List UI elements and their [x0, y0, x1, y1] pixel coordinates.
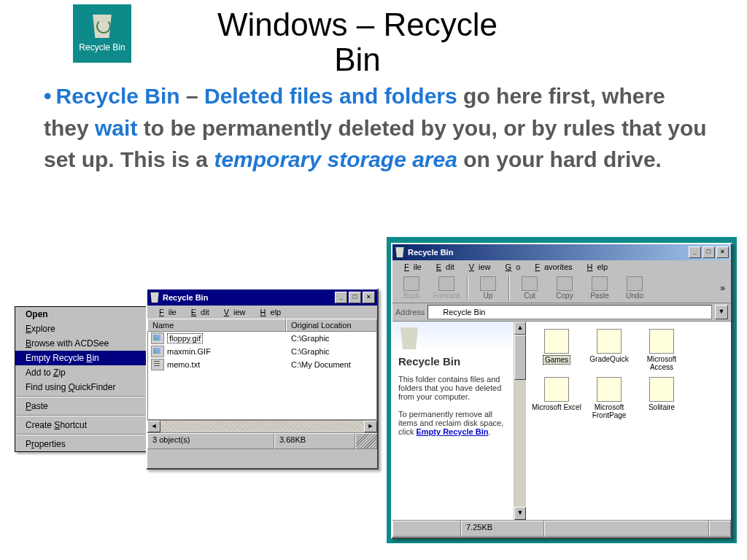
list-item[interactable]: memo.txtC:\My Document — [148, 358, 376, 371]
info-pane-text2: To permanently remove all items and recl… — [398, 410, 508, 436]
resize-grip-icon[interactable] — [709, 521, 731, 537]
toolbar-copy-button[interactable]: Copy — [547, 275, 582, 301]
keyword-recycle-bin: Recycle Bin — [56, 84, 180, 108]
address-dropdown-icon[interactable]: ▼ — [715, 305, 728, 319]
info-pane-text: This folder contains files and folders t… — [398, 375, 508, 401]
address-bar: Address Recycle Bin ▼ — [392, 303, 731, 322]
recycle-bin-window-large: Recycle Bin _ □ × FileEditViewGoFavorite… — [391, 243, 732, 539]
menu-item[interactable]: Explore — [15, 322, 147, 336]
scroll-down-icon[interactable]: ▼ — [514, 507, 526, 520]
address-value: Recycle Bin — [443, 308, 485, 316]
info-pane: Recycle Bin This folder contains files a… — [392, 322, 514, 520]
context-menu: OpenExploreBrowse with ACDSeeEmpty Recyc… — [15, 306, 147, 452]
desktop-background: Recycle Bin _ □ × FileEditViewGoFavorite… — [387, 237, 737, 543]
file-icon — [151, 332, 164, 344]
titlebar[interactable]: Recycle Bin _ □ × — [147, 289, 377, 306]
status-object-count: 3 object(s) — [147, 433, 274, 449]
menu-edit[interactable]: Edit — [427, 262, 459, 272]
file-icon-item[interactable]: Microsoft FrontPage — [584, 377, 634, 419]
info-pane-title: Recycle Bin — [398, 355, 508, 368]
keyword-temp-storage: temporary storage area — [214, 147, 457, 171]
scroll-up-icon[interactable]: ▲ — [514, 322, 526, 335]
address-field[interactable]: Recycle Bin — [427, 305, 712, 319]
app-icon — [649, 377, 674, 402]
file-icon-item[interactable]: Solitaire — [637, 377, 686, 419]
list-item[interactable]: maxmin.GIFC:\Graphic — [148, 345, 376, 358]
menubar: FileEditViewHelp — [147, 306, 377, 319]
resize-grip-icon[interactable] — [355, 433, 377, 449]
toolbar-overflow-icon[interactable]: » — [716, 280, 729, 296]
menu-item-create-shortcut[interactable]: Create Shortcut — [15, 418, 147, 432]
menu-file[interactable]: File — [395, 262, 426, 272]
vertical-scrollbar[interactable]: ▲ ▼ — [514, 322, 526, 520]
menu-help[interactable]: Help — [252, 307, 286, 317]
desktop-icon-label: Recycle Bin — [79, 42, 125, 52]
keyword-wait: wait — [95, 116, 137, 140]
file-icon-item[interactable]: Microsoft Excel — [532, 377, 581, 419]
menu-go[interactable]: Go — [497, 262, 525, 272]
slide-body-text: •Recycle Bin – Deleted files and folders… — [44, 80, 708, 176]
toolbar-up-button[interactable]: Up — [471, 275, 506, 301]
menu-item-properties[interactable]: Properties — [15, 437, 147, 451]
menu-separator — [17, 434, 145, 435]
horizontal-scrollbar[interactable]: ◄ ► — [147, 420, 377, 432]
forward-icon — [438, 276, 454, 291]
file-icon-item[interactable]: Games — [532, 329, 581, 371]
recycle-bin-icon — [431, 308, 440, 316]
scroll-thumb[interactable] — [514, 335, 526, 380]
undo-icon — [627, 276, 643, 291]
menu-separator — [17, 396, 145, 397]
menu-item[interactable]: Find using QuickFinder — [15, 380, 147, 394]
menu-view[interactable]: View — [460, 262, 495, 272]
file-icon — [151, 359, 164, 370]
column-name[interactable]: Name — [147, 319, 286, 332]
explorer-body: Recycle Bin This folder contains files a… — [392, 322, 731, 520]
recycle-bin-icon — [395, 247, 405, 257]
status-pane — [392, 521, 461, 537]
minimize-button[interactable]: _ — [335, 292, 347, 303]
minimize-button[interactable]: _ — [689, 246, 701, 258]
menu-help[interactable]: Help — [578, 262, 613, 272]
menu-item[interactable]: Browse with ACDSee — [15, 336, 147, 351]
copy-icon — [557, 276, 573, 291]
keyword-deleted-files: Deleted files and folders — [204, 84, 457, 108]
file-list: floppy.gifC:\Graphicmaxmin.GIFC:\Graphic… — [147, 332, 377, 420]
window-title: Recycle Bin — [408, 248, 453, 257]
icon-grid: GamesGradeQuickMicrosoft AccessMicrosoft… — [526, 322, 731, 520]
statusbar: 7.25KB — [392, 520, 731, 537]
file-icon-item[interactable]: GradeQuick — [584, 329, 634, 371]
list-item[interactable]: floppy.gifC:\Graphic — [148, 332, 376, 345]
app-icon — [649, 329, 674, 354]
toolbar-undo-button[interactable]: Undo — [617, 275, 652, 301]
empty-recycle-bin-link[interactable]: Empty Recycle Bin — [416, 427, 488, 436]
scroll-right-icon[interactable]: ► — [364, 421, 377, 432]
app-icon — [597, 329, 622, 354]
toolbar-back-button: Back — [394, 275, 429, 301]
menu-file[interactable]: File — [150, 307, 181, 317]
maximize-button[interactable]: □ — [349, 292, 361, 303]
file-icon-item[interactable]: Microsoft Access — [637, 329, 686, 371]
toolbar-cut-button[interactable]: Cut — [512, 275, 547, 301]
recycle-bin-icon — [150, 292, 160, 303]
maximize-button[interactable]: □ — [703, 246, 715, 258]
up-icon — [480, 276, 496, 291]
close-button[interactable]: × — [716, 246, 729, 258]
toolbar-paste-button[interactable]: Paste — [582, 275, 617, 301]
toolbar-separator — [508, 276, 509, 300]
menu-item[interactable]: Open — [15, 307, 147, 322]
scroll-left-icon[interactable]: ◄ — [147, 421, 160, 432]
menu-view[interactable]: View — [215, 307, 250, 317]
menu-edit[interactable]: Edit — [182, 307, 214, 317]
menu-item[interactable]: Add to Zip — [15, 365, 147, 380]
app-icon — [544, 377, 569, 402]
statusbar: 3 object(s) 3.68KB — [147, 432, 377, 449]
menu-item[interactable]: Empty Recycle Bin — [15, 351, 147, 365]
back-icon — [403, 276, 419, 291]
titlebar[interactable]: Recycle Bin _ □ × — [392, 244, 731, 260]
close-button[interactable]: × — [363, 292, 375, 303]
slide-title: Windows – Recycle Bin — [197, 7, 518, 78]
menu-item-paste[interactable]: Paste — [15, 399, 147, 413]
menu-favorites[interactable]: Favorites — [526, 262, 576, 272]
column-original-location[interactable]: Original Location — [286, 319, 377, 332]
cut-icon — [522, 276, 538, 291]
